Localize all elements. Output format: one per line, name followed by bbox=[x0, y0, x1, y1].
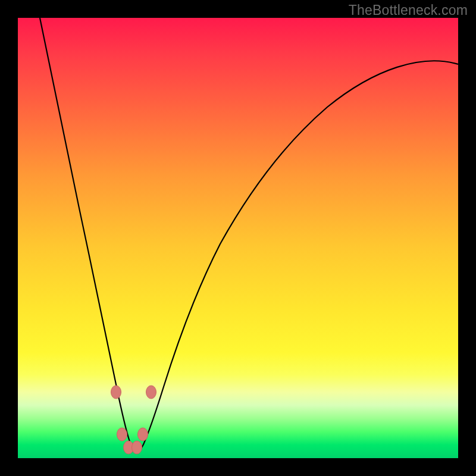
bottleneck-curve bbox=[40, 18, 458, 452]
curve-marker bbox=[146, 386, 156, 399]
curve-marker bbox=[111, 386, 121, 399]
curve-marker bbox=[132, 441, 142, 454]
watermark-text: TheBottleneck.com bbox=[349, 2, 468, 18]
chart-svg bbox=[18, 18, 458, 458]
curve-marker bbox=[117, 428, 127, 441]
chart-frame: TheBottleneck.com bbox=[0, 0, 476, 476]
curve-marker bbox=[138, 428, 148, 441]
marker-group bbox=[111, 386, 156, 454]
plot-area bbox=[18, 18, 458, 458]
